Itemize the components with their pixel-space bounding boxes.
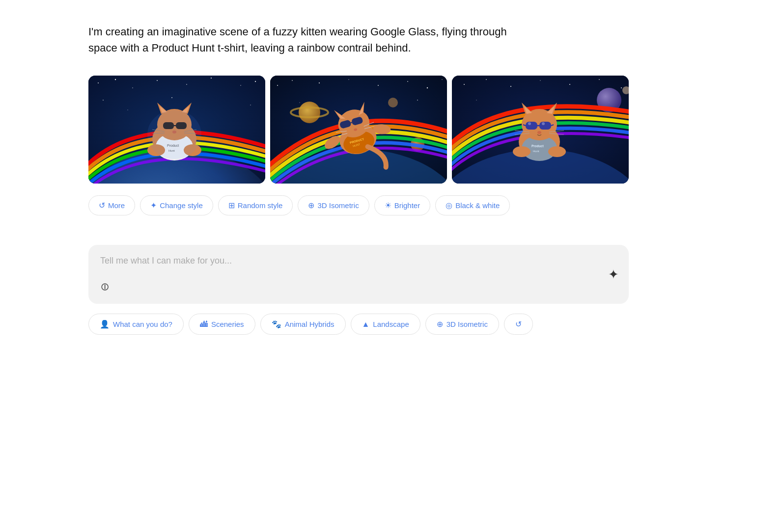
landscape-button[interactable]: ▲ Landscape xyxy=(351,314,420,335)
what-can-you-do-label: What can you do? xyxy=(113,320,172,328)
svg-point-41 xyxy=(427,87,428,88)
attach-icon[interactable]: ⊘ xyxy=(97,279,112,294)
svg-point-72 xyxy=(510,86,511,87)
svg-point-2 xyxy=(115,79,116,80)
mountain-icon: ▲ xyxy=(362,320,370,329)
svg-point-96 xyxy=(528,122,531,125)
refresh-sugg-icon: ↺ xyxy=(515,319,522,329)
svg-rect-92 xyxy=(539,122,551,130)
svg-point-44 xyxy=(417,100,418,101)
more-label: More xyxy=(108,201,125,210)
svg-point-10 xyxy=(127,109,128,110)
svg-point-33 xyxy=(147,110,201,159)
landscape-label: Landscape xyxy=(373,320,409,328)
svg-point-5 xyxy=(186,84,187,85)
sparkle-icon: ✦ xyxy=(150,201,157,210)
svg-point-6 xyxy=(211,78,212,79)
svg-point-37 xyxy=(319,82,320,83)
svg-point-97 xyxy=(542,122,545,125)
isometric-icon: ⊕ xyxy=(437,319,443,329)
sceneries-button[interactable]: 🏙 Sceneries xyxy=(189,314,255,335)
svg-point-73 xyxy=(540,80,541,81)
change-style-label: Change style xyxy=(160,201,203,210)
grid-icon: ⊞ xyxy=(228,201,235,210)
svg-point-3 xyxy=(132,87,133,88)
svg-point-40 xyxy=(407,81,408,82)
action-buttons-row: ↺ More ✦ Change style ⊞ Random style ⊕ 3… xyxy=(88,195,510,215)
submit-sparkle-icon: ✦ xyxy=(608,267,619,282)
refresh-icon: ↺ xyxy=(99,201,105,210)
svg-point-7 xyxy=(240,85,241,86)
more-button[interactable]: ↺ More xyxy=(88,195,135,215)
svg-text:Hunt: Hunt xyxy=(533,150,539,153)
submit-button[interactable]: ✦ xyxy=(608,267,619,282)
what-can-you-do-button[interactable]: 👤 What can you do? xyxy=(88,314,184,335)
refresh-suggestions-button[interactable]: ↺ xyxy=(504,314,533,335)
svg-point-103 xyxy=(513,146,530,157)
svg-point-11 xyxy=(171,97,172,98)
svg-text:Product: Product xyxy=(531,144,544,148)
paw-icon: 🐾 xyxy=(272,319,281,329)
prompt-input-area: Tell me what I can make for you... ⊘ ✦ xyxy=(88,245,629,304)
svg-point-42 xyxy=(442,79,443,80)
3d-isometric-sugg-label: 3D Isometric xyxy=(446,320,488,328)
svg-point-70 xyxy=(464,84,465,85)
input-bottom-row: ⊘ xyxy=(100,281,617,293)
description-text: I'm creating an imaginative scene of a f… xyxy=(88,24,530,56)
cube-icon: ⊕ xyxy=(308,201,314,210)
svg-point-39 xyxy=(378,85,379,86)
svg-point-77 xyxy=(476,100,476,100)
svg-point-1 xyxy=(98,82,99,83)
svg-line-61 xyxy=(351,122,352,123)
svg-point-9 xyxy=(103,100,104,101)
brighter-button[interactable]: ☀ Brighter xyxy=(374,195,431,215)
sceneries-label: Sceneries xyxy=(211,320,244,328)
black-white-label: Black & white xyxy=(455,201,500,210)
black-white-button[interactable]: ◎ Black & white xyxy=(435,195,510,215)
svg-point-45 xyxy=(299,102,320,123)
3d-isometric-sugg-button[interactable]: ⊕ 3D Isometric xyxy=(425,314,499,335)
svg-point-38 xyxy=(348,79,349,80)
image-card-3[interactable]: Product Hunt xyxy=(452,76,629,184)
svg-point-98 xyxy=(537,131,541,134)
svg-point-12 xyxy=(250,105,251,106)
contrast-icon: ◎ xyxy=(446,201,452,210)
svg-point-8 xyxy=(255,81,256,82)
svg-point-4 xyxy=(157,80,158,81)
random-style-button[interactable]: ⊞ Random style xyxy=(218,195,293,215)
svg-point-35 xyxy=(277,85,278,86)
svg-point-36 xyxy=(292,80,293,81)
svg-point-76 xyxy=(621,87,622,88)
svg-point-104 xyxy=(548,146,566,157)
suggestion-buttons-row: 👤 What can you do? 🏙 Sceneries 🐾 Animal … xyxy=(88,314,533,335)
image-gallery: Product Hunt xyxy=(88,76,629,184)
image-card-2[interactable]: PRODUCT HUNT xyxy=(270,76,447,184)
person-icon: 👤 xyxy=(100,319,110,329)
svg-point-75 xyxy=(599,79,600,80)
city-icon: 🏙 xyxy=(200,320,208,329)
animal-hybrids-button[interactable]: 🐾 Animal Hybrids xyxy=(260,314,346,335)
svg-point-74 xyxy=(569,84,570,85)
change-style-button[interactable]: ✦ Change style xyxy=(140,195,213,215)
svg-rect-91 xyxy=(526,122,537,130)
animal-hybrids-label: Animal Hybrids xyxy=(285,320,335,328)
brighter-label: Brighter xyxy=(394,201,420,210)
3d-isometric-button[interactable]: ⊕ 3D Isometric xyxy=(298,195,369,215)
svg-point-43 xyxy=(299,102,300,103)
random-style-label: Random style xyxy=(238,201,283,210)
prompt-placeholder: Tell me what I can make for you... xyxy=(100,256,617,266)
3d-isometric-label: 3D Isometric xyxy=(317,201,359,210)
sun-icon: ☀ xyxy=(385,201,391,210)
svg-point-71 xyxy=(486,79,487,80)
svg-point-48 xyxy=(388,98,398,107)
image-card-1[interactable]: Product Hunt xyxy=(88,76,265,184)
